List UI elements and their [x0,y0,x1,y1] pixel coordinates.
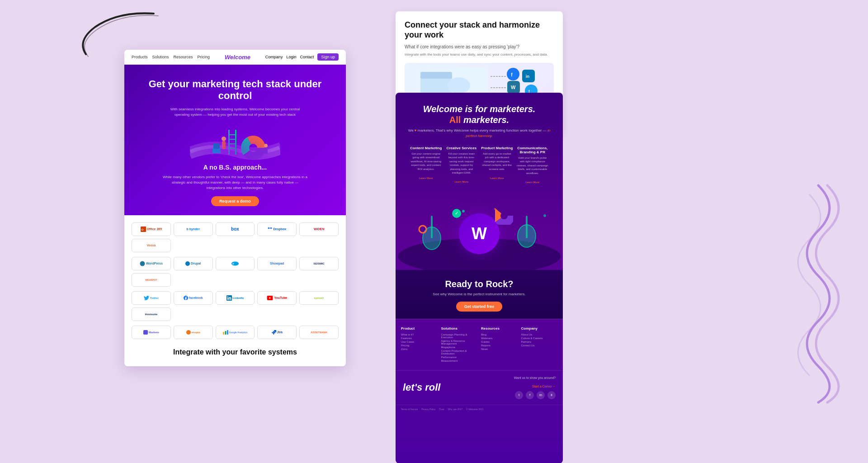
logo-sprinklr: sprinklr [299,291,339,305]
svg-rect-25 [227,330,228,335]
footer-2fa[interactable]: Why use 2FA? [448,408,463,411]
site-integrations: O Office 365 b bynder box Dropbox WIDEN … [124,215,346,366]
nav-left: Products Solutions Resources Pricing [132,55,210,59]
logo-youtube: YouTube [257,291,297,305]
social-facebook[interactable]: f [526,391,534,399]
lets-roll-section: let's roll Want us to show you around? S… [396,370,563,405]
ready-rock-subtitle: See why Welcome is the perfect instrumen… [405,292,554,296]
nav-resources[interactable]: Resources [174,55,193,59]
logo-salesforce: sf [216,257,255,270]
nav-login[interactable]: Login [286,55,296,59]
signup-button[interactable]: Sign up [317,53,339,61]
logo-highspot: HIGHSPOT [132,273,171,287]
logo-box: box [216,222,255,236]
footer-columns: Product What is it? Features Use Cases P… [396,319,563,370]
request-demo-button[interactable]: Request a demo [211,196,259,206]
connect-title: Connect your stack and harmonize your wo… [405,20,554,40]
for-marketers-section: Welcome is for marketers. All marketers.… [396,93,563,198]
logo-office365: O Office 365 [132,222,171,236]
logo-showpad: Showpad [257,257,297,270]
social-linkedin[interactable]: li [547,391,556,399]
social-twitter[interactable]: t [515,391,523,399]
nav-pricing[interactable]: Pricing [198,55,210,59]
logo-twitter: Twitter [132,291,171,305]
deco-squiggle-right [778,181,859,407]
right-panel-purple: Welcome is for marketers. All marketers.… [396,93,563,463]
nav-products[interactable]: Products [132,55,148,59]
logo-dropbox: Dropbox [257,222,297,236]
marketing-col-creative: Creative Services Fill your creative tea… [446,146,478,185]
logo-veeva: Veeva [132,239,171,252]
logo-bynder: b bynder [174,222,213,236]
nav-contact[interactable]: Contact [300,55,314,59]
svg-point-29 [507,68,519,80]
hero-headline: Get your marketing tech stack under cont… [133,78,337,102]
lets-roll-text: let's roll [403,382,440,393]
logo-google-analytics: Google Analytics [216,326,255,339]
logo-grid-row3: Twitter facebook LinkedIn YouTube sprink… [132,291,339,321]
footer-privacy[interactable]: Privacy Policy [421,408,435,411]
marketing-col-content: Content Marketing Get your content engin… [410,146,442,185]
social-icons: t f in li [514,391,556,399]
learn-more-content[interactable]: Learn More [419,177,433,180]
footer-col-product: Product What is it? Features Use Cases P… [401,326,438,363]
learn-more-creative[interactable]: Learn More [454,180,468,183]
logo-assetbank: ASSETBANK [299,326,339,339]
footer-terms[interactable]: Terms of Service [401,408,418,411]
w-logo-circle: W [459,213,500,254]
logo-linkedin: LinkedIn [216,291,255,305]
footer-trust[interactable]: Trust [439,408,444,411]
svg-rect-21 [143,330,148,335]
footer-col-company: Company About Us Culture & Careers Partn… [521,326,558,363]
learn-more-comms[interactable]: Learn More [525,181,539,184]
footer-col-solutions: Solutions Campaign Planning & Execution … [441,326,478,363]
get-started-button[interactable]: Get started free [456,302,503,312]
svg-point-18 [140,261,145,266]
hero-glow [190,128,280,173]
logo-grid-row1: O Office 365 b bynder box Dropbox WIDEN … [132,222,339,252]
logo-drupal: Drupal [174,257,213,270]
logo-eloqua: eloqua [174,326,213,339]
mini-pie-chart [495,207,513,225]
svg-point-48 [543,214,546,217]
svg-text:W: W [511,85,516,90]
nav-company[interactable]: Company [265,55,283,59]
ready-rock-title: Ready to Rock? [405,279,554,289]
svg-point-46 [462,210,465,213]
start-convo-link[interactable]: Start a Convo → [532,385,556,388]
footer-copyright: © Welcome 2022 [466,408,483,411]
svg-text:O: O [141,228,143,231]
svg-rect-24 [225,331,226,335]
nav-right: Company Login Contact Sign up [265,53,339,61]
marketing-categories: Content Marketing Get your content engin… [405,146,554,190]
svg-text:sf: sf [232,263,235,265]
logo-marketo: Marketo [132,326,171,339]
for-marketers-headline: Welcome is for marketers. All marketers. [405,104,554,125]
site-nav: Products Solutions Resources Pricing Wel… [124,50,346,65]
svg-rect-42 [431,216,433,238]
marketing-col-comms: Communications, Branding & PR Hold your … [517,146,549,185]
footer-col-resources: Resources Blog Webinars Guides Reports N… [481,326,518,363]
svg-text:f: f [511,72,513,77]
logo-jira: Jira [257,326,297,339]
learn-more-product[interactable]: Learn More [490,177,504,180]
want-us-text: Want us to show you around? [514,376,556,379]
svg-rect-23 [223,332,224,335]
hero-approach-text: While many other vendors prefer to 'chec… [163,175,307,191]
svg-marker-17 [268,227,272,229]
lets-roll-right: Want us to show you around? Start a Conv… [514,376,556,399]
logo-seismic: SEISMIC [299,257,339,270]
svg-text:in: in [526,74,529,79]
svg-point-43 [419,226,426,233]
hero-subtext: With seamless integrations into leading … [163,107,307,118]
nav-solutions[interactable]: Solutions [152,55,169,59]
logo-grid-row4: Marketo eloqua Google Analytics Jira ASS… [132,326,339,339]
connect-subtitle: What if core integrations were as easy a… [405,43,554,50]
hero-illustration [133,123,337,164]
left-website-mockup: Products Solutions Resources Pricing Wel… [124,50,346,366]
for-marketers-sub: We ♥ marketers. That's why Welcome helps… [405,128,554,139]
logo-wordpress: WordPress [132,257,171,270]
checkmark-icon: ✓ [452,209,461,218]
social-instagram[interactable]: in [537,391,545,399]
nav-logo: Welcome [225,54,250,61]
